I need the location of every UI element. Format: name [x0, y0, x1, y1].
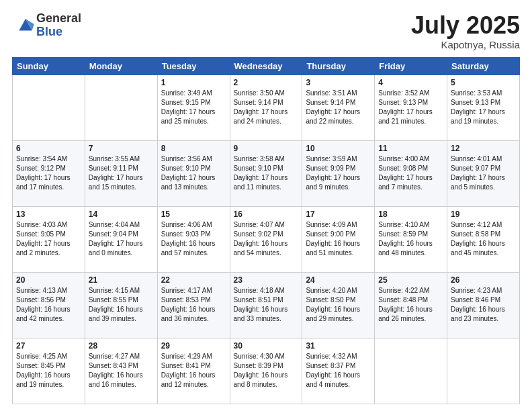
calendar-cell: 14Sunrise: 4:04 AM Sunset: 9:04 PM Dayli… [85, 206, 157, 272]
title-section: July 2025 Kapotnya, Russia [411, 12, 520, 50]
day-info: Sunrise: 3:56 AM Sunset: 9:10 PM Dayligh… [161, 154, 226, 192]
calendar-week-5: 27Sunrise: 4:25 AM Sunset: 8:45 PM Dayli… [13, 338, 520, 404]
calendar-cell: 20Sunrise: 4:13 AM Sunset: 8:56 PM Dayli… [13, 272, 85, 338]
day-number: 31 [306, 341, 371, 351]
day-info: Sunrise: 3:51 AM Sunset: 9:14 PM Dayligh… [306, 89, 371, 126]
day-info: Sunrise: 4:27 AM Sunset: 8:43 PM Dayligh… [89, 352, 154, 390]
day-info: Sunrise: 4:00 AM Sunset: 9:08 PM Dayligh… [378, 154, 443, 192]
day-info: Sunrise: 4:30 AM Sunset: 8:39 PM Dayligh… [234, 352, 299, 390]
calendar-cell: 18Sunrise: 4:10 AM Sunset: 8:59 PM Dayli… [375, 206, 447, 272]
day-number: 19 [451, 210, 516, 219]
weekday-header-wednesday: Wednesday [230, 57, 302, 75]
calendar-cell: 7Sunrise: 3:55 AM Sunset: 9:11 PM Daylig… [85, 140, 157, 206]
calendar-cell: 17Sunrise: 4:09 AM Sunset: 9:00 PM Dayli… [302, 206, 375, 272]
day-info: Sunrise: 4:25 AM Sunset: 8:45 PM Dayligh… [16, 352, 81, 390]
day-info: Sunrise: 3:54 AM Sunset: 9:12 PM Dayligh… [16, 154, 81, 192]
calendar-cell: 27Sunrise: 4:25 AM Sunset: 8:45 PM Dayli… [13, 338, 85, 404]
day-info: Sunrise: 3:52 AM Sunset: 9:13 PM Dayligh… [378, 89, 443, 126]
calendar-cell [85, 75, 157, 140]
day-number: 29 [161, 341, 226, 351]
calendar-cell: 6Sunrise: 3:54 AM Sunset: 9:12 PM Daylig… [13, 140, 85, 206]
calendar-week-2: 6Sunrise: 3:54 AM Sunset: 9:12 PM Daylig… [13, 140, 520, 206]
day-info: Sunrise: 3:53 AM Sunset: 9:13 PM Dayligh… [451, 89, 516, 126]
day-number: 11 [378, 144, 443, 153]
logo: General Blue [12, 12, 81, 39]
weekday-header-sunday: Sunday [13, 57, 85, 75]
location: Kapotnya, Russia [411, 39, 520, 50]
day-info: Sunrise: 3:55 AM Sunset: 9:11 PM Dayligh… [89, 154, 154, 192]
day-info: Sunrise: 4:32 AM Sunset: 8:37 PM Dayligh… [306, 352, 371, 390]
day-number: 16 [234, 210, 299, 219]
calendar-week-3: 13Sunrise: 4:03 AM Sunset: 9:05 PM Dayli… [13, 206, 520, 272]
day-info: Sunrise: 4:23 AM Sunset: 8:46 PM Dayligh… [451, 286, 516, 324]
day-number: 24 [306, 275, 371, 285]
logo-blue: Blue [36, 26, 81, 39]
day-info: Sunrise: 4:29 AM Sunset: 8:41 PM Dayligh… [161, 352, 226, 390]
calendar-cell [13, 75, 85, 140]
calendar-cell: 16Sunrise: 4:07 AM Sunset: 9:02 PM Dayli… [230, 206, 302, 272]
day-info: Sunrise: 4:15 AM Sunset: 8:55 PM Dayligh… [89, 286, 154, 324]
weekday-header-monday: Monday [85, 57, 157, 75]
weekday-header-tuesday: Tuesday [157, 57, 230, 75]
logo-text: General Blue [36, 12, 81, 39]
calendar-week-1: 1Sunrise: 3:49 AM Sunset: 9:15 PM Daylig… [13, 75, 520, 140]
day-number: 20 [16, 275, 81, 285]
calendar-cell: 19Sunrise: 4:12 AM Sunset: 8:58 PM Dayli… [447, 206, 520, 272]
day-number: 2 [234, 78, 299, 87]
calendar-cell: 9Sunrise: 3:58 AM Sunset: 9:10 PM Daylig… [230, 140, 302, 206]
calendar-cell: 21Sunrise: 4:15 AM Sunset: 8:55 PM Dayli… [85, 272, 157, 338]
calendar-cell: 13Sunrise: 4:03 AM Sunset: 9:05 PM Dayli… [13, 206, 85, 272]
page: General Blue July 2025 Kapotnya, Russia … [0, 0, 532, 411]
day-number: 17 [306, 210, 371, 219]
day-info: Sunrise: 4:18 AM Sunset: 8:51 PM Dayligh… [234, 286, 299, 324]
day-info: Sunrise: 3:59 AM Sunset: 9:09 PM Dayligh… [306, 154, 371, 192]
calendar-cell [447, 338, 520, 404]
day-info: Sunrise: 4:09 AM Sunset: 9:00 PM Dayligh… [306, 220, 371, 258]
day-number: 6 [16, 144, 81, 153]
day-info: Sunrise: 4:01 AM Sunset: 9:07 PM Dayligh… [451, 154, 516, 192]
month-title: July 2025 [411, 12, 520, 39]
calendar-cell: 2Sunrise: 3:50 AM Sunset: 9:14 PM Daylig… [230, 75, 302, 140]
day-info: Sunrise: 4:10 AM Sunset: 8:59 PM Dayligh… [378, 220, 443, 258]
day-number: 4 [378, 78, 443, 87]
calendar-cell: 10Sunrise: 3:59 AM Sunset: 9:09 PM Dayli… [302, 140, 375, 206]
weekday-header-saturday: Saturday [447, 57, 520, 75]
day-info: Sunrise: 3:50 AM Sunset: 9:14 PM Dayligh… [234, 89, 299, 126]
calendar-cell: 31Sunrise: 4:32 AM Sunset: 8:37 PM Dayli… [302, 338, 375, 404]
calendar-cell: 8Sunrise: 3:56 AM Sunset: 9:10 PM Daylig… [157, 140, 230, 206]
calendar-cell: 23Sunrise: 4:18 AM Sunset: 8:51 PM Dayli… [230, 272, 302, 338]
calendar-cell: 15Sunrise: 4:06 AM Sunset: 9:03 PM Dayli… [157, 206, 230, 272]
calendar-cell: 25Sunrise: 4:22 AM Sunset: 8:48 PM Dayli… [375, 272, 447, 338]
day-info: Sunrise: 4:13 AM Sunset: 8:56 PM Dayligh… [16, 286, 81, 324]
day-number: 8 [161, 144, 226, 153]
day-number: 14 [89, 210, 154, 219]
day-info: Sunrise: 4:12 AM Sunset: 8:58 PM Dayligh… [451, 220, 516, 258]
calendar-cell: 5Sunrise: 3:53 AM Sunset: 9:13 PM Daylig… [447, 75, 520, 140]
day-number: 27 [16, 341, 81, 351]
calendar-cell [375, 338, 447, 404]
day-number: 10 [306, 144, 371, 153]
weekday-header-thursday: Thursday [302, 57, 375, 75]
day-info: Sunrise: 4:20 AM Sunset: 8:50 PM Dayligh… [306, 286, 371, 324]
day-number: 21 [89, 275, 154, 285]
day-number: 1 [161, 78, 226, 87]
day-info: Sunrise: 4:03 AM Sunset: 9:05 PM Dayligh… [16, 220, 81, 258]
calendar-cell: 12Sunrise: 4:01 AM Sunset: 9:07 PM Dayli… [447, 140, 520, 206]
day-number: 26 [451, 275, 516, 285]
day-number: 7 [89, 144, 154, 153]
day-info: Sunrise: 4:07 AM Sunset: 9:02 PM Dayligh… [234, 220, 299, 258]
calendar-cell: 26Sunrise: 4:23 AM Sunset: 8:46 PM Dayli… [447, 272, 520, 338]
day-number: 9 [234, 144, 299, 153]
logo-icon [15, 13, 36, 35]
calendar-week-4: 20Sunrise: 4:13 AM Sunset: 8:56 PM Dayli… [13, 272, 520, 338]
calendar-table: SundayMondayTuesdayWednesdayThursdayFrid… [12, 57, 520, 404]
weekday-header-friday: Friday [375, 57, 447, 75]
calendar-cell: 22Sunrise: 4:17 AM Sunset: 8:53 PM Dayli… [157, 272, 230, 338]
calendar-cell: 30Sunrise: 4:30 AM Sunset: 8:39 PM Dayli… [230, 338, 302, 404]
day-number: 22 [161, 275, 226, 285]
day-number: 12 [451, 144, 516, 153]
calendar-cell: 24Sunrise: 4:20 AM Sunset: 8:50 PM Dayli… [302, 272, 375, 338]
calendar-cell: 4Sunrise: 3:52 AM Sunset: 9:13 PM Daylig… [375, 75, 447, 140]
day-number: 25 [378, 275, 443, 285]
day-info: Sunrise: 4:06 AM Sunset: 9:03 PM Dayligh… [161, 220, 226, 258]
